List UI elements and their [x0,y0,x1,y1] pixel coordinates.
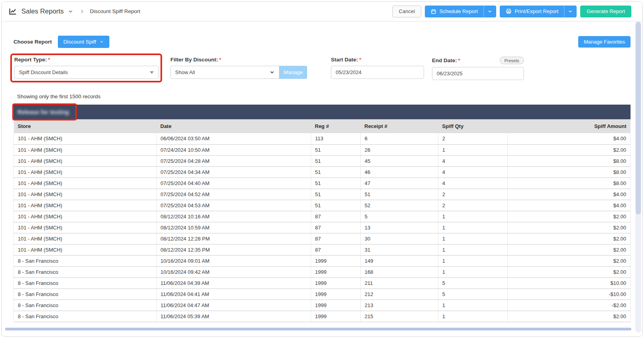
cancel-button[interactable]: Cancel [392,6,421,17]
cell-spiff-amount: -$2.00 [508,300,631,311]
end-date-input[interactable] [432,67,524,80]
table-row: 101 - AHM (SMCH) 07/25/2024 04:34 AM 51 … [14,166,631,178]
cell-spiff-amount: $2.00 [508,255,631,266]
chevron-down-icon[interactable] [68,9,73,14]
cell-spiff-qty: 1 [438,244,508,255]
discount-select[interactable]: Show All [170,66,279,79]
manage-favorites-button[interactable]: Manage Favorites [578,36,631,48]
cell-spiff-qty: 1 [438,255,508,266]
table-row: 101 - AHM (SMCH) 08/12/2024 12:35 PM 87 … [14,244,631,255]
table-row: 8 - San Francisco 11/06/2024 04:41 AM 19… [14,288,631,300]
cell-spiff-qty: 1 [438,211,508,222]
cell-receipt: 215 [361,311,438,322]
cell-spiff-amount: $2.00 [508,211,631,222]
table-row: 8 - San Francisco 11/06/2024 05:39 AM 19… [14,311,631,322]
cell-spiff-amount: $2.00 [508,233,631,244]
cell-reg: 1999 [311,300,361,311]
cell-reg: 51 [311,155,361,166]
table-row: 101 - AHM (SMCH) 07/24/2024 10:50 AM 51 … [14,144,631,155]
table-header-row: Store Date Reg # Receipt # Spiff Qty Spi… [14,119,631,133]
caret-down-icon [150,71,154,74]
choose-report-dropdown[interactable]: Discount Spiff [58,36,109,48]
chevron-right-icon [80,9,84,14]
cell-spiff-amount: $8.00 [508,178,631,189]
cell-reg: 87 [311,244,361,255]
table-row: 8 - San Francisco 10/16/2024 09:01 AM 19… [14,255,631,266]
cell-date: 08/12/2024 10:59 AM [157,222,311,233]
chevron-down-icon [99,40,104,44]
schedule-report-dropdown-toggle[interactable] [483,6,496,17]
presets-button[interactable]: Presets [500,57,524,64]
cell-receipt: 212 [361,288,438,300]
col-spiff-qty: Spiff Qty [438,119,508,133]
vertical-scrollbar-thumb[interactable] [636,22,641,214]
app-window: Sales Reports Discount Spiff Report Canc… [1,1,643,337]
cell-receipt: 13 [361,222,438,233]
cell-reg: 1999 [311,255,361,266]
table-row: 101 - AHM (SMCH) 06/06/2024 03:50 AM 113… [14,133,631,144]
start-date-input[interactable] [331,66,424,79]
cell-receipt: 149 [361,255,438,266]
cell-store: 8 - San Francisco [14,266,157,277]
cell-spiff-qty: 1 [438,144,508,155]
cell-store: 101 - AHM (SMCH) [14,155,157,166]
schedule-report-button[interactable]: Schedule Report [425,6,496,17]
cell-reg: 87 [311,222,361,233]
cell-spiff-qty: 5 [438,277,508,288]
filter-by-discount-label: Filter By Discount:* [170,57,307,63]
table-row: 8 - San Francisco 11/06/2024 04:39 AM 19… [14,277,631,288]
cell-date: 07/24/2024 10:50 AM [157,144,311,155]
table-row: 101 - AHM (SMCH) 08/12/2024 10:59 AM 87 … [14,222,631,233]
col-reg: Reg # [311,119,361,133]
print-export-report-button[interactable]: Print/Export Report [500,6,577,17]
print-export-dropdown-toggle[interactable] [564,6,576,17]
table-group-header-bar: Release for testing [13,105,631,119]
manage-discounts-button[interactable]: Manage [279,66,307,79]
cell-reg: 1999 [311,311,361,322]
cell-date: 07/25/2024 04:52 AM [157,189,311,200]
spiff-report-table: Store Date Reg # Receipt # Spiff Qty Spi… [13,119,631,322]
cell-spiff-amount: $2.00 [508,244,631,255]
cell-spiff-qty: 4 [438,155,508,166]
horizontal-scrollbar[interactable] [5,328,631,330]
breadcrumb-sales-reports[interactable]: Sales Reports [21,8,64,15]
cell-spiff-amount: $4.00 [508,189,631,200]
cell-store: 101 - AHM (SMCH) [14,133,157,144]
cell-receipt: 52 [361,200,438,211]
cell-receipt: 51 [361,189,438,200]
report-content: Choose Report Discount Spiff Manage Favo… [2,36,642,322]
cell-receipt: 213 [361,300,438,311]
end-date-label: End Date:* [432,57,460,64]
cell-store: 8 - San Francisco [14,277,157,288]
cell-reg: 87 [311,211,361,222]
cell-spiff-qty: 1 [438,311,508,322]
filters-row: Report Type:* Spiff Discount Details Fil… [13,57,631,80]
cell-store: 101 - AHM (SMCH) [14,178,157,189]
cell-date: 10/16/2024 09:42 AM [157,266,311,277]
filter-by-discount-group: Filter By Discount:* Show All Manage [170,57,307,79]
generate-report-button[interactable]: Generate Report [580,6,631,17]
vertical-scrollbar[interactable] [635,22,641,332]
cell-spiff-amount: $4.00 [508,200,631,211]
cell-spiff-qty: 1 [438,300,508,311]
cell-reg: 1999 [311,266,361,277]
cell-date: 07/25/2024 04:28 AM [157,155,311,166]
cell-store: 101 - AHM (SMCH) [14,166,157,178]
cell-date: 11/06/2024 04:47 AM [157,300,311,311]
cell-store: 101 - AHM (SMCH) [14,222,157,233]
report-type-select[interactable]: Spiff Discount Details [14,66,159,79]
cell-date: 07/25/2024 04:34 AM [157,166,311,178]
cell-spiff-qty: 1 [438,233,508,244]
cell-spiff-amount: $2.00 [508,311,631,322]
cell-receipt: 47 [361,178,438,189]
table-row: 8 - San Francisco 10/16/2024 09:42 AM 19… [14,266,631,277]
col-spiff-amount: Spiff Amount [508,119,631,133]
col-date: Date [157,119,311,133]
cell-spiff-amount: -$10.00 [508,288,631,300]
cell-receipt: 168 [361,266,438,277]
cell-date: 10/16/2024 09:01 AM [157,255,311,266]
start-date-label: Start Date:* [331,57,424,63]
cell-receipt: 6 [361,133,438,144]
cell-spiff-amount: $8.00 [508,155,631,166]
end-date-group: End Date:* Presets [432,57,524,80]
